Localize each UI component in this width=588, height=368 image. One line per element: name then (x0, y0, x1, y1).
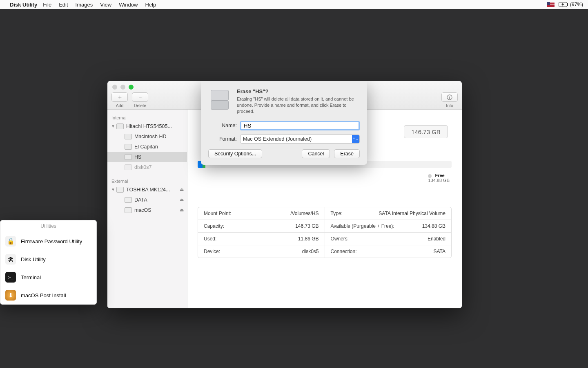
volume-icon (125, 164, 132, 170)
harddisk-icon (116, 123, 124, 129)
detail-key: Owners: (331, 236, 349, 242)
popover-item-label: Firmware Password Utility (21, 238, 82, 245)
sidebar-disk-label: TOSHIBA MK124... (126, 187, 170, 193)
dialog-title: Erase "HS"? (237, 88, 359, 94)
volume-icon (125, 207, 132, 213)
installer-app-icon: ⬇ (5, 290, 16, 301)
erase-button[interactable]: Erase (334, 149, 360, 158)
name-input[interactable] (240, 121, 360, 130)
menu-view[interactable]: View (100, 2, 111, 8)
diskutility-app-icon: 🛠 (5, 254, 16, 265)
usage-free: Free 134.88 GB (428, 173, 450, 183)
volume-icon (125, 197, 132, 203)
disclosure-triangle-icon[interactable]: ▼ (111, 124, 116, 128)
sidebar-volume-label: macOS (134, 207, 151, 213)
disclosure-triangle-icon[interactable]: ▼ (111, 187, 116, 192)
detail-key: Connection: (331, 249, 357, 254)
svg-point-7 (449, 96, 450, 96)
menu-images[interactable]: Images (76, 2, 93, 8)
lock-icon: 🔒 (5, 236, 16, 247)
security-options-button[interactable]: Security Options... (208, 149, 262, 158)
toolbar-info-label: Info (446, 103, 453, 108)
sidebar-disk-external[interactable]: ▼ TOSHIBA MK124... ⏏ (107, 184, 187, 195)
popover-item-label: Disk Utility (21, 256, 46, 263)
detail-key: Type: (331, 211, 343, 216)
eject-icon[interactable]: ⏏ (180, 207, 184, 213)
detail-key: Capacity: (204, 223, 224, 229)
volume-icon (125, 154, 132, 160)
sidebar-volume-macintoshhd[interactable]: Macintosh HD (107, 131, 187, 141)
name-field-label: Name: (208, 123, 240, 128)
sidebar-volume-data[interactable]: DATA⏏ (107, 195, 187, 205)
sidebar-volume-label: disk0s7 (134, 164, 151, 170)
battery-status[interactable]: (97%) (559, 2, 583, 7)
battery-percent: (97%) (570, 2, 583, 7)
detail-key: Used: (204, 236, 216, 242)
sidebar-volume-label: DATA (134, 197, 147, 203)
toolbar-delete-label: Delete (134, 103, 146, 108)
detail-value: Enabled (428, 236, 445, 242)
toolbar-delete-button[interactable]: － (132, 92, 148, 102)
popover-item-label: macOS Post Install (21, 292, 66, 298)
info-icon (447, 94, 452, 100)
dialog-message: Erasing "HS" will delete all data stored… (237, 96, 359, 114)
detail-value: /Volumes/HS (290, 211, 318, 216)
battery-icon (559, 2, 568, 7)
menubar: Disk Utility File Edit Images View Windo… (0, 0, 588, 9)
detail-value: 146.73 GB (295, 223, 318, 229)
sidebar-section-internal: Internal (107, 113, 187, 121)
sidebar-disk-label: Hitachi HTS54505... (126, 123, 172, 129)
format-field-label: Format: (208, 136, 240, 142)
eject-icon[interactable]: ⏏ (180, 187, 184, 192)
terminal-app-icon: >_ (5, 272, 16, 283)
sidebar-volume-elcapitan[interactable]: El Capitan (107, 141, 187, 152)
popover-item-firmware[interactable]: 🔒 Firmware Password Utility (0, 232, 96, 250)
sidebar-volume-macos[interactable]: macOS⏏ (107, 205, 187, 215)
menubar-app-name[interactable]: Disk Utility (10, 2, 37, 8)
detail-value: disk0s5 (302, 249, 319, 254)
legend-dot-icon (428, 174, 432, 178)
external-disk-icon (116, 187, 124, 193)
popover-item-diskutility[interactable]: 🛠 Disk Utility (0, 250, 96, 268)
popover-title: Utilities (0, 220, 96, 232)
sidebar-volume-label: Macintosh HD (134, 134, 167, 139)
toolbar-info-button[interactable] (441, 92, 458, 102)
detail-key: Available (Purgeable + Free): (331, 223, 394, 229)
volume-icon (125, 144, 132, 150)
menu-help[interactable]: Help (145, 2, 156, 8)
sidebar-volume-hs[interactable]: HS (107, 152, 187, 162)
svg-rect-1 (567, 3, 568, 6)
capacity-badge: 146.73 GB (404, 125, 448, 138)
popover-item-label: Terminal (21, 274, 41, 280)
detail-value: 134.88 GB (422, 223, 445, 229)
sidebar-volume-disk0s7[interactable]: disk0s7 (107, 162, 187, 172)
details-table: Mount Point:/Volumes/HS Type:SATA Intern… (198, 207, 452, 258)
detail-key: Mount Point: (204, 211, 231, 216)
detail-value: SATA Internal Physical Volume (379, 211, 445, 216)
toolbar-add-button[interactable]: ＋ (111, 92, 128, 102)
cancel-button[interactable]: Cancel (302, 149, 330, 158)
sidebar-volume-label: HS (134, 154, 141, 160)
svg-rect-8 (449, 97, 450, 99)
sidebar: Internal ▼ Hitachi HTS54505... Macintosh… (107, 110, 187, 308)
volume-icon (125, 134, 132, 139)
erase-dialog: Erase "HS"? Erasing "HS" will delete all… (201, 81, 367, 165)
harddrive-icon (208, 88, 231, 111)
input-source-flag-icon[interactable] (547, 2, 555, 7)
sidebar-disk-internal[interactable]: ▼ Hitachi HTS54505... (107, 121, 187, 131)
usage-free-label: Free (435, 173, 444, 178)
format-select-value: Mac OS Extended (Journaled) (243, 136, 312, 142)
detail-value: 11.86 GB (298, 236, 319, 242)
detail-key: Device: (204, 249, 220, 254)
sidebar-section-external: External (107, 176, 187, 184)
popover-item-postinstall[interactable]: ⬇ macOS Post Install (0, 286, 96, 304)
menu-edit[interactable]: Edit (59, 2, 68, 8)
menu-window[interactable]: Window (119, 2, 138, 8)
eject-icon[interactable]: ⏏ (180, 197, 184, 202)
menu-file[interactable]: File (43, 2, 51, 8)
usage-free-value: 134.88 GB (428, 178, 450, 183)
popover-item-terminal[interactable]: >_ Terminal (0, 268, 96, 286)
format-select[interactable]: Mac OS Extended (Journaled) ⌃⌄ (240, 135, 360, 144)
detail-value: SATA (433, 249, 445, 254)
disk-utility-window: Disk Utility ＋Add －Delete First Aid Part… (107, 81, 462, 308)
